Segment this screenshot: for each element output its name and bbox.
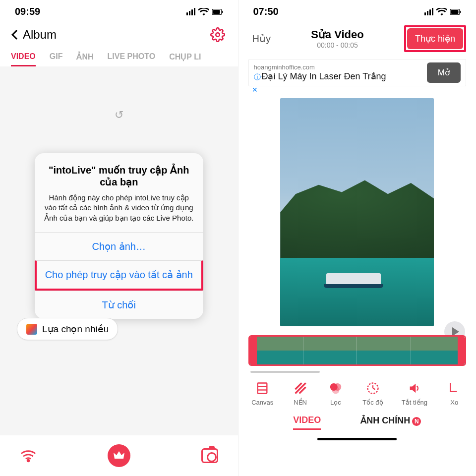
- ad-close-icon[interactable]: ✕: [252, 86, 258, 94]
- svg-point-16: [332, 386, 339, 394]
- svg-point-3: [216, 33, 220, 37]
- canvas-icon: [254, 380, 271, 397]
- status-icons: [186, 8, 223, 16]
- svg-rect-7: [460, 10, 461, 13]
- bottom-tabs: VIDEO ẢNH CHÍNHN: [238, 409, 476, 434]
- done-button[interactable]: Thực hiện: [407, 28, 463, 49]
- ad-banner[interactable]: hoangminhoffice.com ⓘĐại Lý Máy In Laser…: [248, 59, 467, 86]
- loading-icon: ↺: [115, 109, 123, 121]
- header: Album: [0, 20, 238, 47]
- home-indicator: [317, 438, 397, 440]
- alert-choose-button[interactable]: Chọn ảnh…: [35, 232, 203, 260]
- new-badge: N: [412, 417, 421, 426]
- phone-right: 07:50 Hủy Sửa Video 00:00 - 00:05 Thực h…: [238, 0, 476, 476]
- filter-icon: [327, 380, 344, 397]
- ad-domain: hoangminhoffice.com: [254, 63, 422, 71]
- alert-title: "intoLive" muốn truy cập Ảnh của bạn: [44, 164, 194, 188]
- camera-button-icon[interactable]: [201, 448, 218, 463]
- svg-rect-2: [222, 10, 223, 13]
- tool-canvas[interactable]: Canvas: [251, 380, 273, 406]
- clock-icon: [364, 380, 381, 397]
- wifi-icon: [198, 8, 209, 16]
- svg-rect-8: [258, 383, 267, 394]
- wifi-button-icon[interactable]: [20, 449, 37, 463]
- tab-video[interactable]: VIDEO: [11, 52, 36, 66]
- header-title: Sửa Video 00:00 - 00:05: [311, 28, 364, 49]
- multi-select-chip[interactable]: Lựa chọn nhiều: [17, 318, 118, 340]
- crown-icon: [113, 451, 125, 461]
- chevron-left-icon: [11, 30, 21, 40]
- crop-icon: [446, 380, 463, 397]
- battery-icon: [450, 8, 461, 16]
- back-button[interactable]: Album: [13, 28, 57, 42]
- timeline-strip[interactable]: [248, 335, 467, 366]
- svg-rect-6: [451, 10, 459, 14]
- tab-livephoto[interactable]: LIVE PHOTO: [108, 52, 156, 66]
- ad-cta-button[interactable]: Mở: [427, 62, 461, 83]
- done-highlight: Thực hiện: [404, 25, 466, 52]
- app-logo-icon: [26, 324, 37, 335]
- editor-header: Hủy Sửa Video 00:00 - 00:05 Thực hiện: [238, 20, 476, 57]
- svg-rect-1: [213, 10, 220, 14]
- title-text: Sửa Video: [311, 28, 364, 41]
- wifi-icon: [436, 8, 447, 16]
- phone-left: 09:59 Album VIDEO GIF ẢNH LIVE PHOTO CHỤ…: [0, 0, 238, 476]
- alert-deny-button[interactable]: Từ chối: [35, 291, 203, 319]
- bottom-bar: [0, 435, 238, 476]
- status-time: 09:59: [15, 6, 40, 17]
- crown-button[interactable]: [108, 444, 130, 467]
- ad-info-icon: ⓘ: [254, 73, 261, 81]
- btab-video[interactable]: VIDEO: [293, 415, 321, 430]
- cellular-icon: [424, 8, 433, 15]
- media-tabs: VIDEO GIF ẢNH LIVE PHOTO CHỤP LI: [0, 47, 238, 66]
- tool-row: Canvas NỀN Lọc Tốc độ Tắt tiếng Xo: [238, 373, 476, 409]
- stripes-icon: [292, 380, 309, 397]
- tool-background[interactable]: NỀN: [292, 380, 309, 406]
- svg-point-4: [27, 460, 29, 462]
- tool-filter[interactable]: Lọc: [327, 380, 344, 406]
- alert-body: Hành động này cho phép intoLive truy cập…: [44, 193, 194, 223]
- gear-icon[interactable]: [210, 27, 225, 42]
- battery-icon: [212, 8, 223, 16]
- status-icons: [424, 8, 461, 16]
- status-bar: 09:59: [0, 0, 238, 20]
- back-label: Album: [23, 28, 57, 42]
- video-preview[interactable]: [280, 98, 434, 326]
- speaker-icon: [406, 380, 423, 397]
- tool-speed[interactable]: Tốc độ: [362, 380, 383, 406]
- btab-keyphoto[interactable]: ẢNH CHÍNHN: [360, 415, 421, 430]
- cancel-button[interactable]: Hủy: [252, 33, 271, 45]
- svg-line-19: [373, 388, 375, 389]
- tab-burst[interactable]: CHỤP LI: [169, 52, 201, 66]
- content-area: ↺ "intoLive" muốn truy cập Ảnh của bạn H…: [0, 66, 238, 435]
- alert-allow-all-button[interactable]: Cho phép truy cập vào tất cả ảnh: [35, 260, 203, 291]
- multi-select-label: Lựa chọn nhiều: [42, 323, 109, 335]
- tab-photo[interactable]: ẢNH: [76, 52, 93, 66]
- status-bar: 07:50: [238, 0, 476, 20]
- tab-gif[interactable]: GIF: [50, 52, 63, 66]
- ad-headline: Đại Lý Máy In Laser Đen Trắng: [262, 71, 386, 81]
- status-time: 07:50: [253, 6, 279, 17]
- cellular-icon: [186, 8, 195, 15]
- tool-mute[interactable]: Tắt tiếng: [402, 380, 427, 406]
- tool-rotate[interactable]: Xo: [446, 380, 463, 406]
- time-range: 00:00 - 00:05: [311, 41, 364, 49]
- permission-alert: "intoLive" muốn truy cập Ảnh của bạn Hàn…: [35, 153, 203, 319]
